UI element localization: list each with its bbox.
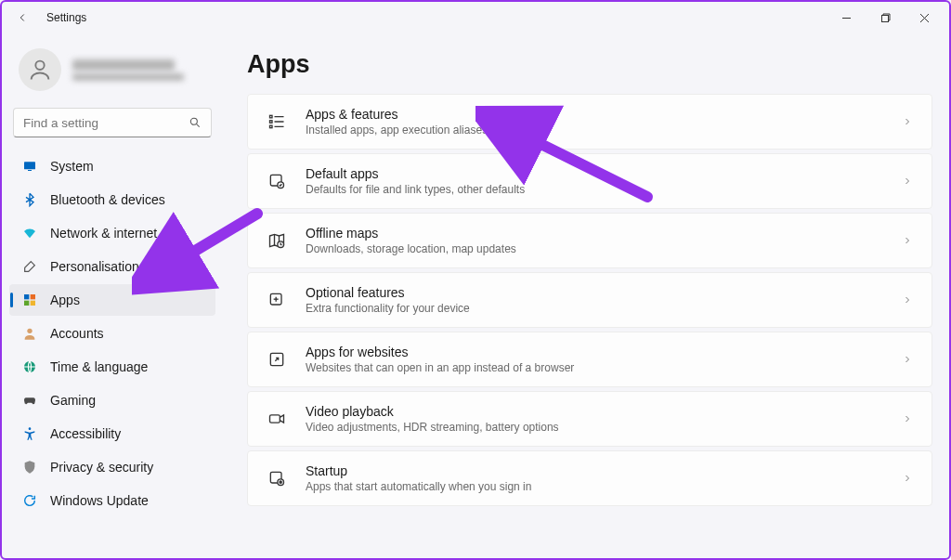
card-optional-features[interactable]: Optional features Extra functionality fo… bbox=[247, 272, 932, 328]
chevron-right-icon bbox=[902, 176, 913, 187]
features-icon bbox=[267, 290, 287, 310]
sidebar-item-accessibility[interactable]: Accessibility bbox=[9, 418, 215, 449]
svg-rect-16 bbox=[270, 115, 273, 118]
chevron-right-icon bbox=[902, 235, 913, 246]
svg-rect-1 bbox=[881, 15, 888, 21]
system-icon bbox=[22, 159, 37, 174]
card-desc: Defaults for file and link types, other … bbox=[306, 183, 883, 196]
svg-line-6 bbox=[197, 124, 200, 127]
svg-rect-18 bbox=[270, 121, 273, 124]
page-title: Apps bbox=[247, 50, 932, 79]
svg-point-15 bbox=[29, 427, 32, 430]
svg-point-5 bbox=[190, 118, 197, 124]
card-desc: Video adjustments, HDR streaming, batter… bbox=[306, 421, 883, 434]
shield-icon bbox=[22, 460, 37, 475]
avatar bbox=[19, 48, 61, 91]
chevron-right-icon bbox=[902, 413, 913, 424]
sidebar-item-label: Accounts bbox=[50, 326, 104, 341]
sidebar-item-network[interactable]: Network & internet bbox=[9, 217, 215, 249]
card-desc: Apps that start automatically when you s… bbox=[306, 480, 883, 493]
search-box[interactable] bbox=[13, 108, 212, 137]
main-content: Apps Apps & features Installed apps, app… bbox=[223, 33, 949, 558]
gamepad-icon bbox=[22, 393, 37, 408]
update-icon bbox=[22, 493, 37, 508]
sidebar-item-accounts[interactable]: Accounts bbox=[9, 318, 215, 349]
sidebar-item-label: Personalisation bbox=[50, 259, 139, 274]
chevron-right-icon bbox=[902, 116, 913, 127]
sidebar-item-time[interactable]: Time & language bbox=[9, 351, 215, 383]
svg-rect-8 bbox=[28, 170, 32, 171]
svg-rect-10 bbox=[31, 294, 35, 299]
svg-rect-11 bbox=[24, 301, 29, 306]
sidebar-item-label: Apps bbox=[50, 293, 80, 307]
sidebar-item-label: Windows Update bbox=[50, 493, 149, 508]
sidebar-item-label: Gaming bbox=[50, 393, 96, 408]
profile-block[interactable] bbox=[9, 43, 215, 97]
brush-icon bbox=[22, 259, 37, 274]
card-title: Apps for websites bbox=[306, 345, 883, 359]
sidebar-item-label: System bbox=[50, 159, 94, 174]
sidebar-item-label: Time & language bbox=[50, 359, 148, 374]
card-apps-features[interactable]: Apps & features Installed apps, app exec… bbox=[247, 94, 932, 150]
card-desc: Extra functionality for your device bbox=[306, 302, 883, 315]
chevron-right-icon bbox=[902, 294, 913, 306]
svg-rect-7 bbox=[24, 162, 35, 169]
sidebar-item-personalisation[interactable]: Personalisation bbox=[9, 251, 215, 282]
video-icon bbox=[267, 409, 287, 429]
titlebar: Settings bbox=[2, 2, 949, 33]
sidebar-item-label: Network & internet bbox=[50, 226, 157, 241]
maximize-button[interactable] bbox=[866, 4, 905, 32]
sidebar-item-update[interactable]: Windows Update bbox=[9, 485, 215, 516]
sidebar-item-apps[interactable]: Apps bbox=[9, 284, 215, 316]
minimize-button[interactable] bbox=[827, 4, 866, 32]
card-desc: Installed apps, app execution aliases bbox=[306, 124, 883, 137]
close-button[interactable] bbox=[905, 4, 944, 32]
sidebar-item-privacy[interactable]: Privacy & security bbox=[9, 451, 215, 483]
chevron-right-icon bbox=[902, 473, 913, 484]
card-title: Default apps bbox=[306, 166, 883, 181]
sidebar-item-gaming[interactable]: Gaming bbox=[9, 384, 215, 416]
card-desc: Downloads, storage location, map updates bbox=[306, 242, 883, 255]
card-offline-maps[interactable]: Offline maps Downloads, storage location… bbox=[247, 213, 932, 268]
card-title: Video playback bbox=[306, 404, 883, 419]
card-startup[interactable]: Startup Apps that start automatically wh… bbox=[247, 450, 932, 506]
apps-icon bbox=[22, 293, 37, 307]
sidebar-item-label: Privacy & security bbox=[50, 460, 153, 475]
profile-text bbox=[72, 59, 184, 81]
websites-icon bbox=[267, 349, 287, 370]
card-apps-for-websites[interactable]: Apps for websites Websites that can open… bbox=[247, 332, 932, 387]
globe-icon bbox=[22, 359, 37, 374]
svg-point-4 bbox=[35, 61, 44, 70]
card-title: Startup bbox=[306, 463, 883, 478]
search-icon bbox=[189, 116, 202, 129]
wifi-icon bbox=[22, 226, 37, 241]
card-default-apps[interactable]: Default apps Defaults for file and link … bbox=[247, 153, 932, 209]
card-title: Offline maps bbox=[306, 226, 883, 241]
bluetooth-icon bbox=[22, 192, 37, 207]
card-title: Optional features bbox=[306, 285, 883, 300]
window-controls bbox=[827, 4, 944, 32]
sidebar-item-label: Accessibility bbox=[50, 426, 121, 441]
svg-rect-20 bbox=[270, 125, 273, 128]
svg-point-13 bbox=[27, 329, 32, 333]
nav-list: System Bluetooth & devices Network & int… bbox=[9, 150, 215, 516]
back-button[interactable] bbox=[7, 3, 37, 33]
card-title: Apps & features bbox=[306, 107, 883, 122]
app-title: Settings bbox=[46, 11, 86, 24]
svg-rect-29 bbox=[270, 415, 280, 423]
startup-icon bbox=[267, 468, 287, 488]
card-video-playback[interactable]: Video playback Video adjustments, HDR st… bbox=[247, 391, 932, 447]
search-input[interactable] bbox=[23, 116, 189, 130]
list-icon bbox=[267, 111, 287, 132]
svg-rect-9 bbox=[24, 294, 29, 299]
svg-rect-12 bbox=[31, 301, 35, 306]
sidebar-item-bluetooth[interactable]: Bluetooth & devices bbox=[9, 184, 215, 215]
chevron-right-icon bbox=[902, 354, 913, 365]
default-apps-icon bbox=[267, 171, 287, 191]
sidebar-item-system[interactable]: System bbox=[9, 150, 215, 182]
sidebar-item-label: Bluetooth & devices bbox=[50, 192, 165, 207]
sidebar: System Bluetooth & devices Network & int… bbox=[2, 33, 223, 558]
accessibility-icon bbox=[22, 426, 37, 441]
map-icon bbox=[267, 230, 287, 251]
user-icon bbox=[22, 326, 37, 341]
